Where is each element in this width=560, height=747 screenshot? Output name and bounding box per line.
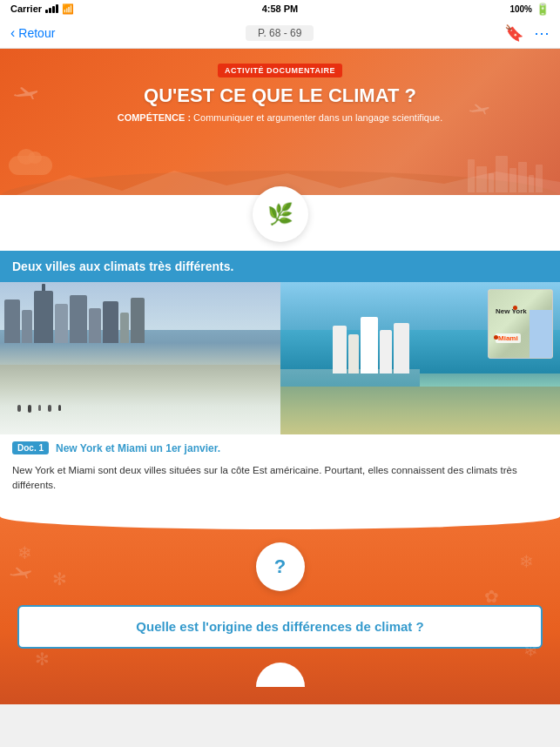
question-mark-icon: ?	[274, 555, 286, 578]
status-bar: Carrier 📶 4:58 PM 100% 🔋	[0, 0, 560, 17]
signal-icon	[45, 4, 58, 13]
bottom-circle-hint	[256, 663, 305, 687]
leaf-icon: 🌿	[267, 202, 293, 226]
activity-badge: ACTIVITÉ DOCUMENTAIRE	[218, 64, 342, 77]
nav-bar: ‹ Retour P. 68 - 69 🔖 ⋯	[0, 17, 560, 49]
status-right: 100% 🔋	[509, 3, 550, 16]
activity-section: ACTIVITÉ DOCUMENTAIRE QU'EST CE QUE LE C…	[17, 61, 543, 123]
decor-snowflake-1: ❄	[17, 542, 32, 563]
images-row: New York Miami	[0, 282, 560, 434]
page-subtitle: COMPÉTENCE : Communiquer et argumenter d…	[17, 112, 543, 123]
question-box: Quelle est l'origine des différences de …	[17, 605, 543, 649]
map-label-miami: Miami	[496, 333, 521, 343]
more-icon[interactable]: ⋯	[534, 24, 550, 43]
back-button[interactable]: ‹ Retour	[10, 25, 55, 41]
leaf-circle-icon: 🌿	[253, 186, 308, 242]
main-content: ACTIVITÉ DOCUMENTAIRE QU'EST CE QUE LE C…	[0, 49, 560, 747]
map-overlay: New York Miami	[488, 289, 553, 359]
nav-actions: 🔖 ⋯	[504, 24, 550, 43]
wifi-icon: 📶	[62, 3, 74, 15]
bottom-section: ❄ ✻ ❄ ✿ ✻ ❄ ? Quelle est l'origine des d…	[0, 516, 560, 704]
section-header: Deux villes aux climats très différents.	[0, 251, 560, 282]
nyc-image	[0, 282, 280, 434]
decor-snowflake-2: ✻	[52, 569, 67, 589]
map-water	[530, 310, 552, 358]
carrier-label: Carrier	[10, 3, 42, 14]
miami-buildings	[333, 317, 409, 374]
map-inner: New York Miami	[489, 290, 552, 358]
question-text: Quelle est l'origine des différences de …	[136, 619, 423, 634]
decor-snowflake-3: ❄	[519, 551, 534, 572]
leaf-circle-container: 🌿	[0, 195, 560, 251]
buildings-skyline	[4, 291, 145, 343]
map-dot-miami	[494, 335, 498, 340]
people-dots	[17, 405, 61, 413]
doc-badge: Doc. 1	[12, 441, 49, 454]
decor-flower-1: ✿	[484, 586, 499, 607]
miami-image: New York Miami	[280, 282, 561, 434]
section-card: Deux villes aux climats très différents.	[0, 251, 560, 516]
battery-label: 100%	[509, 4, 532, 14]
status-carrier: Carrier 📶	[10, 3, 74, 15]
doc-caption-text: New York et Miami un 1er janvier.	[56, 442, 220, 454]
subtitle-text: Communiquer et argumenter dans un langag…	[191, 112, 442, 123]
map-dot-newyork	[513, 306, 517, 310]
back-label: Retour	[18, 26, 55, 40]
back-chevron-icon: ‹	[10, 25, 15, 41]
bookmark-icon[interactable]: 🔖	[504, 24, 523, 43]
subtitle-bold: COMPÉTENCE :	[118, 112, 191, 123]
decor-flower-2: ✻	[35, 649, 50, 670]
page-label: P. 68 - 69	[246, 25, 314, 41]
doc-description: New York et Miami sont deux villes situé…	[0, 460, 560, 502]
decor-plane-bottom	[9, 564, 33, 583]
status-time: 4:58 PM	[262, 3, 299, 14]
page-title: QU'EST CE QUE LE CLIMAT ?	[17, 84, 543, 107]
doc-caption: Doc. 1 New York et Miami un 1er janvier.	[0, 434, 560, 460]
map-label-newyork: New York	[496, 307, 527, 316]
decor-snowflake-4: ❄	[523, 640, 538, 661]
question-circle-icon: ?	[256, 542, 305, 591]
battery-icon: 🔋	[536, 3, 550, 16]
